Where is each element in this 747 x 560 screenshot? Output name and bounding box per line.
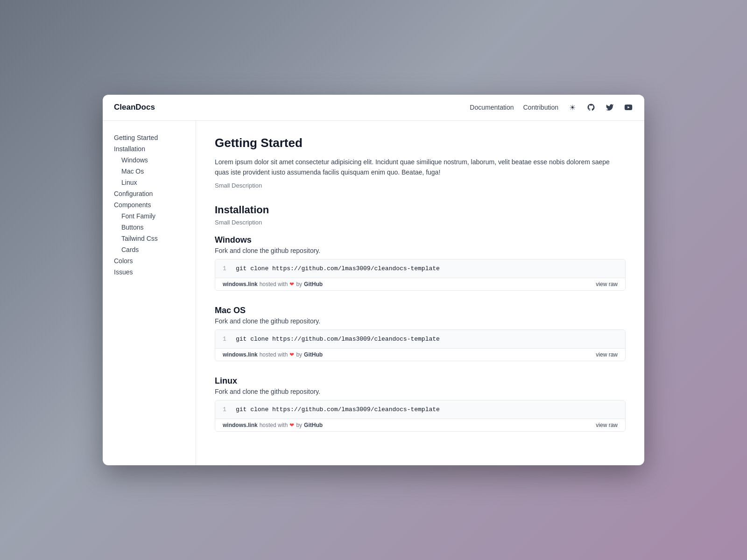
macos-code-block: 1 git clone https://github.com/lmas3009/… bbox=[215, 329, 626, 361]
sidebar-item-cards[interactable]: Cards bbox=[118, 244, 188, 255]
installation-small: Small Description bbox=[215, 219, 626, 226]
linux-title: Linux bbox=[215, 376, 626, 386]
getting-started-section: Getting Started Lorem ipsum dolor sit am… bbox=[215, 136, 626, 189]
sidebar-item-buttons[interactable]: Buttons bbox=[118, 222, 188, 233]
heart-icon: ❤ bbox=[289, 281, 294, 287]
sidebar-item-getting-started[interactable]: Getting Started bbox=[110, 132, 188, 143]
header-nav: Documentation Contribution bbox=[470, 104, 558, 111]
youtube-icon[interactable] bbox=[624, 103, 633, 112]
header: CleanDocs Documentation Contribution ☀ bbox=[103, 95, 644, 121]
app-window: CleanDocs Documentation Contribution ☀ bbox=[103, 95, 644, 466]
windows-footer-github[interactable]: GitHub bbox=[304, 281, 323, 287]
windows-footer-link[interactable]: windows.link bbox=[223, 281, 258, 287]
windows-footer-by: by bbox=[296, 281, 302, 287]
windows-desc: Fork and clone the github repository. bbox=[215, 247, 626, 254]
theme-toggle-icon[interactable]: ☀ bbox=[568, 103, 577, 112]
linux-footer-link[interactable]: windows.link bbox=[223, 422, 258, 428]
linux-code-block: 1 git clone https://github.com/lmas3009/… bbox=[215, 400, 626, 432]
getting-started-desc: Lorem ipsum dolor sit amet consectetur a… bbox=[215, 157, 626, 178]
sidebar-item-components[interactable]: Components bbox=[110, 199, 188, 210]
macos-footer-host: hosted with bbox=[260, 351, 288, 358]
main-content: Getting Started Lorem ipsum dolor sit am… bbox=[196, 121, 644, 466]
sidebar-sub-components: Font Family Buttons Tailwind Css Cards bbox=[110, 210, 188, 255]
github-icon[interactable] bbox=[586, 103, 596, 112]
macos-footer-left: windows.link hosted with ❤ by GitHub bbox=[223, 351, 323, 358]
linux-code-text: git clone https://github.com/lmas3009/cl… bbox=[236, 406, 440, 413]
installation-title: Installation bbox=[215, 204, 626, 216]
windows-line-num: 1 bbox=[223, 265, 228, 272]
windows-footer-left: windows.link hosted with ❤ by GitHub bbox=[223, 281, 323, 287]
macos-footer-github[interactable]: GitHub bbox=[304, 351, 323, 358]
windows-code-footer: windows.link hosted with ❤ by GitHub vie… bbox=[215, 278, 625, 290]
sidebar-sub-installation: Windows Mac Os Linux bbox=[110, 154, 188, 188]
sidebar: Getting Started Installation Windows Mac… bbox=[103, 121, 196, 466]
linux-footer-by: by bbox=[296, 422, 302, 428]
sidebar-item-configuration[interactable]: Configuration bbox=[110, 188, 188, 199]
header-right: Documentation Contribution ☀ bbox=[470, 103, 633, 112]
twitter-icon[interactable] bbox=[605, 103, 614, 112]
sidebar-item-font-family[interactable]: Font Family bbox=[118, 210, 188, 222]
macos-footer-by: by bbox=[296, 351, 302, 358]
heart-icon-2: ❤ bbox=[289, 351, 294, 358]
getting-started-small: Small Description bbox=[215, 182, 626, 189]
macos-line-num: 1 bbox=[223, 336, 228, 343]
sidebar-item-colors[interactable]: Colors bbox=[110, 255, 188, 266]
sidebar-item-tailwind-css[interactable]: Tailwind Css bbox=[118, 233, 188, 244]
windows-view-raw[interactable]: view raw bbox=[596, 281, 618, 287]
windows-subsection: Windows Fork and clone the github reposi… bbox=[215, 235, 626, 291]
windows-code-text: git clone https://github.com/lmas3009/cl… bbox=[236, 265, 440, 272]
heart-icon-3: ❤ bbox=[289, 422, 294, 428]
linux-footer-github[interactable]: GitHub bbox=[304, 422, 323, 428]
linux-code-footer: windows.link hosted with ❤ by GitHub vie… bbox=[215, 419, 625, 431]
sidebar-item-installation[interactable]: Installation bbox=[110, 143, 188, 154]
sidebar-item-windows[interactable]: Windows bbox=[118, 154, 188, 166]
macos-code-line: 1 git clone https://github.com/lmas3009/… bbox=[215, 330, 625, 348]
sidebar-item-linux[interactable]: Linux bbox=[118, 177, 188, 188]
sidebar-item-issues[interactable]: Issues bbox=[110, 266, 188, 278]
linux-view-raw[interactable]: view raw bbox=[596, 422, 618, 428]
macos-code-footer: windows.link hosted with ❤ by GitHub vie… bbox=[215, 348, 625, 361]
linux-footer-host: hosted with bbox=[260, 422, 288, 428]
body: Getting Started Installation Windows Mac… bbox=[103, 121, 644, 466]
windows-title: Windows bbox=[215, 235, 626, 245]
installation-section: Installation Small Description Windows F… bbox=[215, 204, 626, 432]
linux-code-line: 1 git clone https://github.com/lmas3009/… bbox=[215, 400, 625, 419]
macos-title: Mac OS bbox=[215, 306, 626, 315]
sidebar-item-mac-os[interactable]: Mac Os bbox=[118, 166, 188, 177]
linux-line-num: 1 bbox=[223, 406, 228, 413]
macos-view-raw[interactable]: view raw bbox=[596, 351, 618, 358]
macos-code-text: git clone https://github.com/lmas3009/cl… bbox=[236, 336, 440, 343]
windows-code-line: 1 git clone https://github.com/lmas3009/… bbox=[215, 259, 625, 278]
linux-footer-left: windows.link hosted with ❤ by GitHub bbox=[223, 422, 323, 428]
windows-footer-host: hosted with bbox=[260, 281, 288, 287]
linux-desc: Fork and clone the github repository. bbox=[215, 388, 626, 395]
nav-documentation[interactable]: Documentation bbox=[470, 104, 514, 111]
nav-contribution[interactable]: Contribution bbox=[523, 104, 559, 111]
linux-subsection: Linux Fork and clone the github reposito… bbox=[215, 376, 626, 432]
macos-subsection: Mac OS Fork and clone the github reposit… bbox=[215, 306, 626, 361]
logo: CleanDocs bbox=[114, 103, 155, 112]
getting-started-title: Getting Started bbox=[215, 136, 626, 150]
windows-code-block: 1 git clone https://github.com/lmas3009/… bbox=[215, 259, 626, 291]
macos-desc: Fork and clone the github repository. bbox=[215, 317, 626, 325]
macos-footer-link[interactable]: windows.link bbox=[223, 351, 258, 358]
sidebar-section-top: Getting Started Installation Windows Mac… bbox=[110, 132, 188, 278]
